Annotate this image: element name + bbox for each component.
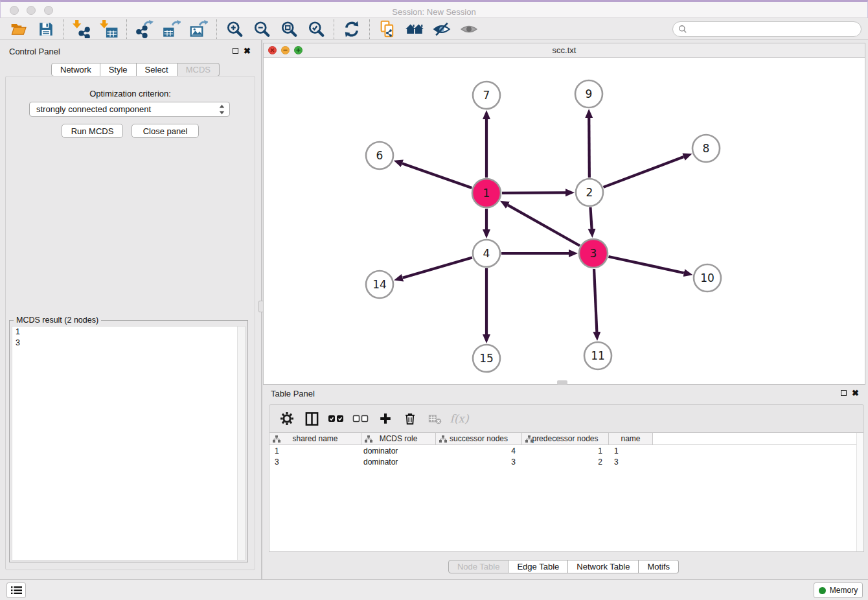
mcds-result-group: MCDS result (2 nodes) 1 3 [9, 320, 248, 562]
search-field[interactable] [672, 21, 862, 37]
tab-select[interactable]: Select [137, 63, 177, 76]
tab-node-table[interactable]: Node Table [448, 560, 509, 573]
export-table-icon[interactable] [162, 19, 181, 39]
table-row[interactable]: 3 dominator 3 2 3 [269, 456, 863, 467]
control-panel-title: Control Panel [9, 47, 60, 56]
mcds-result-legend: MCDS result (2 nodes) [14, 316, 101, 325]
tab-edge-table[interactable]: Edge Table [508, 560, 568, 573]
import-table-icon[interactable] [99, 19, 119, 39]
close-table-panel-icon[interactable]: ✖ [852, 390, 859, 396]
cell-successor-nodes: 4 [436, 445, 522, 456]
control-panel-tabs: Network Style Select MCDS [51, 63, 220, 76]
graph-edge-2-9[interactable] [589, 118, 589, 178]
table-panel-tabs: Node Table Edge Table Network Table Moti… [263, 560, 864, 573]
float-table-panel-icon[interactable] [841, 390, 847, 396]
graph-edge-4-14[interactable] [403, 257, 472, 277]
refresh-icon[interactable] [342, 19, 361, 39]
hide-selected-icon[interactable] [432, 19, 451, 39]
search-input[interactable] [687, 25, 849, 34]
first-neighbors-icon[interactable] [378, 19, 397, 39]
result-scrollbar[interactable] [237, 327, 245, 560]
graph-edge-2-3[interactable] [590, 207, 591, 229]
app-titlebar: Session: New Session [0, 0, 868, 18]
criterion-dropdown-value: strongly connected component [36, 104, 151, 114]
column-header-mcds-role[interactable]: MCDS role [361, 433, 436, 444]
delete-table-icon [426, 410, 444, 428]
criterion-dropdown[interactable]: strongly connected component [29, 102, 230, 117]
select-all-icon[interactable] [327, 410, 345, 428]
cell-shared-name: 3 [269, 456, 361, 467]
network-window-titlebar[interactable]: scc.txt [264, 43, 865, 58]
graph-edge-3-10[interactable] [608, 257, 683, 273]
tab-network[interactable]: Network [51, 63, 100, 76]
home-view-icon[interactable] [405, 19, 424, 39]
graph-edge-1-6[interactable] [402, 163, 472, 188]
column-header-name[interactable]: name [609, 433, 653, 444]
graph-edge-1-2[interactable] [502, 192, 565, 193]
window-title: Session: New Session [1, 7, 867, 17]
column-header-shared-name[interactable]: shared name [269, 433, 361, 444]
graph-node-label-2: 2 [586, 186, 593, 199]
mcds-result-textarea[interactable]: 1 3 [12, 326, 246, 560]
graph-node-label-15: 15 [479, 352, 494, 365]
node-table: shared name MCDS role successor nodes pr… [269, 433, 864, 552]
zoom-out-icon[interactable] [252, 19, 271, 39]
tab-network-table[interactable]: Network Table [568, 560, 639, 573]
cell-shared-name: 1 [269, 445, 361, 456]
graph-node-label-7: 7 [483, 89, 490, 102]
log-console-button[interactable] [6, 583, 26, 598]
column-header-predecessor-nodes[interactable]: predecessor nodes [522, 433, 609, 444]
add-column-icon[interactable] [376, 410, 394, 428]
table-panel-title: Table Panel [271, 389, 315, 398]
optimization-criterion-label: Optimization criterion: [0, 89, 260, 98]
tree-icon [273, 435, 280, 444]
tab-mcds[interactable]: MCDS [177, 63, 220, 76]
horizontal-divider-grip[interactable] [557, 380, 567, 385]
tab-style[interactable]: Style [100, 63, 137, 76]
toolbar-separator [369, 19, 370, 39]
save-session-icon[interactable] [36, 19, 56, 39]
tree-icon [439, 435, 447, 444]
zoom-selected-icon[interactable] [306, 19, 326, 39]
zoom-fit-icon[interactable] [279, 19, 299, 39]
float-panel-icon[interactable] [233, 48, 238, 54]
export-network-icon[interactable] [135, 19, 154, 39]
show-all-icon[interactable] [459, 19, 479, 39]
import-network-icon[interactable] [72, 19, 91, 39]
cell-mcds-role: dominator [361, 445, 436, 456]
memory-status-icon [819, 587, 826, 594]
network-canvas[interactable]: 7968124314101511 [264, 58, 865, 384]
graph-edge-3-1[interactable] [508, 205, 580, 246]
zoom-in-icon[interactable] [225, 19, 244, 39]
table-scrollbar[interactable] [856, 433, 863, 551]
tree-icon [525, 435, 533, 444]
close-panel-button[interactable]: Close panel [131, 124, 199, 138]
graph-node-label-4: 4 [483, 247, 490, 260]
open-session-icon[interactable] [9, 19, 29, 39]
deselect-all-icon[interactable] [352, 410, 370, 428]
graph-edge-2-8[interactable] [604, 157, 684, 187]
toolbar-separator [63, 19, 64, 39]
export-image-icon[interactable] [189, 19, 209, 39]
delete-column-icon[interactable] [401, 410, 419, 428]
toolbar-separator [334, 19, 334, 39]
cell-mcds-role: dominator [361, 456, 436, 467]
mcds-result-value: 1 [12, 327, 245, 338]
table-row[interactable]: 1 dominator 4 1 1 [269, 445, 863, 456]
table-panel-window-buttons: ✖ [841, 390, 859, 396]
cell-successor-nodes: 3 [436, 456, 522, 467]
close-panel-icon[interactable]: ✖ [244, 48, 251, 54]
cell-name: 1 [609, 445, 653, 456]
column-header-successor-nodes[interactable]: successor nodes [436, 433, 522, 444]
tab-motifs[interactable]: Motifs [639, 560, 679, 573]
columns-icon[interactable] [303, 410, 321, 428]
tree-icon [365, 435, 372, 444]
list-icon [11, 586, 22, 595]
graph-edge-3-11[interactable] [594, 269, 597, 332]
gear-icon[interactable] [278, 410, 296, 428]
table-header-row: shared name MCDS role successor nodes pr… [269, 433, 863, 445]
toolbar-separator [216, 19, 217, 39]
run-mcds-button[interactable]: Run MCDS [62, 124, 123, 138]
memory-button[interactable]: Memory [814, 583, 863, 598]
network-view-window: scc.txt 7968124314101511 [263, 43, 865, 385]
